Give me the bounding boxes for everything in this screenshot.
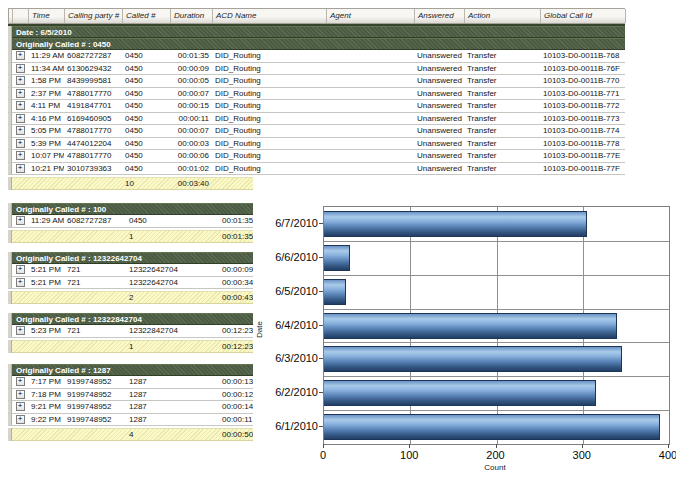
calling-party-value: 9199748952 (64, 376, 126, 388)
time-value: 9:21 PM (28, 401, 64, 413)
table-row[interactable]: +7:17 PM9199748952128700:00:13 (8, 376, 253, 389)
y-tick-mark (319, 426, 323, 427)
expand-button[interactable]: + (16, 326, 25, 335)
column-header-time[interactable]: Time (29, 9, 65, 23)
column-header-answered[interactable]: Answered (415, 9, 465, 23)
y-tick-label: 6/6/2010 (275, 250, 318, 264)
expand-button[interactable]: + (16, 126, 25, 135)
time-value: 5:21 PM (28, 277, 64, 289)
acd-name-value: DID_Routing (212, 88, 326, 100)
expand-button[interactable]: + (16, 51, 25, 60)
answered-value: Unanswered (414, 150, 464, 162)
table-row[interactable]: +5:39 PM4474012204045000:00:03DID_Routin… (8, 138, 625, 151)
group-section: Originally Called # : 1287+7:17 PM919974… (8, 364, 253, 441)
agent-value (326, 125, 414, 137)
table-row[interactable]: +11:29 AM6082727287045000:01:35 (8, 215, 253, 228)
expand-button[interactable]: + (16, 164, 25, 173)
y-axis-title: Date (255, 315, 264, 345)
table-row[interactable]: +1:58 PM8439999581045000:00:05DID_Routin… (8, 75, 625, 88)
table-row[interactable]: +9:21 PM9199748952128700:00:14 (8, 401, 253, 414)
bar-6/4/2010[interactable] (324, 313, 617, 339)
group-summary-band: 200:00:43 (12, 291, 253, 304)
call-report-grid: TimeCalling party #Called #DurationACD N… (8, 8, 625, 190)
table-row[interactable]: +9:22 PM9199748952128700:00:11 (8, 414, 253, 427)
table-row[interactable]: +4:16 PM6169460905045000:00:11DID_Routin… (8, 113, 625, 126)
bar-6/3/2010[interactable] (324, 346, 622, 372)
expand-cell: + (12, 100, 28, 112)
time-value: 9:22 PM (28, 414, 64, 426)
column-header-duration[interactable]: Duration (171, 9, 213, 23)
time-value: 11:29 AM (28, 50, 64, 62)
expand-button[interactable]: + (16, 89, 25, 98)
acd-name-value: DID_Routing (212, 63, 326, 75)
agent-value (326, 63, 414, 75)
bar-6/6/2010[interactable] (324, 245, 350, 271)
action-value: Transfer (464, 150, 540, 162)
y-tick-mark (319, 392, 323, 393)
answered-value: Unanswered (414, 50, 464, 62)
expand-button[interactable]: + (16, 377, 25, 386)
table-row[interactable]: +10:21 PM3010739363045000:01:02DID_Routi… (8, 163, 625, 176)
time-value: 10:07 PM (28, 150, 64, 162)
expand-button[interactable]: + (16, 390, 25, 399)
table-row[interactable]: +2:37 PM4788017770045000:00:07DID_Routin… (8, 88, 625, 101)
global-call-id-value: 10103-D0-0011B-771 (540, 88, 625, 100)
group-header-label: Originally Called # : 100 (12, 203, 253, 215)
bar-6/1/2010[interactable] (324, 414, 660, 440)
table-row[interactable]: +5:05 PM4788017770045000:00:07DID_Routin… (8, 125, 625, 138)
table-row[interactable]: +11:34 AM6130629432045000:00:09DID_Routi… (8, 63, 625, 76)
expand-button[interactable]: + (16, 101, 25, 110)
global-call-id-value: 10103-D0-0011B-76F (540, 63, 625, 75)
group-header-band[interactable]: Originally Called # : 1287 (8, 364, 253, 376)
grid-column-header-row: TimeCalling party #Called #DurationACD N… (8, 8, 625, 24)
expand-cell: + (12, 414, 28, 426)
table-row[interactable]: +4:11 PM4191847701045000:00:15DID_Routin… (8, 100, 625, 113)
table-row[interactable]: +5:23 PM7211232284270400:12:23 (8, 325, 253, 338)
expand-button[interactable]: + (16, 278, 25, 287)
date-group-band[interactable]: Date : 6/5/2010 (8, 26, 625, 38)
column-header-acd-name[interactable]: ACD Name (213, 9, 327, 23)
chart-plot-area (323, 206, 670, 445)
bar-6/5/2010[interactable] (324, 279, 346, 305)
gridline-horizontal (324, 309, 669, 310)
x-tick-mark (582, 444, 583, 448)
table-row[interactable]: +7:18 PM9199748952128700:00:12 (8, 389, 253, 402)
column-header-calling-party[interactable]: Calling party # (65, 9, 123, 23)
table-row[interactable]: +5:21 PM7211232264270400:00:34 (8, 277, 253, 290)
expand-button[interactable]: + (16, 402, 25, 411)
expand-button[interactable]: + (16, 265, 25, 274)
duration-value: 00:01:35 (219, 215, 253, 227)
expand-button[interactable]: + (16, 151, 25, 160)
expand-cell: + (12, 163, 28, 175)
expand-button[interactable]: + (16, 216, 25, 225)
calling-party-value: 4474012204 (64, 138, 122, 150)
group-header-band[interactable]: Originally Called # : 0450 (8, 38, 625, 50)
expand-button[interactable]: + (16, 415, 25, 424)
column-header-global-call-id[interactable]: Global Call Id (541, 9, 626, 23)
duration-value: 00:00:11 (219, 414, 253, 426)
time-value: 7:17 PM (28, 376, 64, 388)
group-summary-band: 100:01:35 (12, 230, 253, 243)
group-header-band[interactable]: Originally Called # : 100 (8, 203, 253, 215)
group-header-band[interactable]: Originally Called # : 12322842704 (8, 313, 253, 325)
summary-count: 1 (126, 231, 219, 242)
column-header-agent[interactable]: Agent (327, 9, 415, 23)
summary-spacer (12, 178, 28, 189)
x-tick-label: 300 (560, 449, 604, 461)
expand-button[interactable]: + (16, 64, 25, 73)
calling-party-value: 6082727287 (64, 215, 126, 227)
duration-value: 00:00:13 (219, 376, 253, 388)
bar-6/2/2010[interactable] (324, 380, 596, 406)
table-row[interactable]: +10:07 PM4788017770045000:00:06DID_Routi… (8, 150, 625, 163)
column-header-action[interactable]: Action (465, 9, 541, 23)
table-row[interactable]: +5:21 PM7211232264270400:00:09 (8, 264, 253, 277)
expand-button[interactable]: + (16, 76, 25, 85)
expand-button[interactable]: + (16, 114, 25, 123)
table-row[interactable]: +11:29 AM6082727287045000:01:35DID_Routi… (8, 50, 625, 63)
answered-value: Unanswered (414, 88, 464, 100)
column-header-called-number[interactable]: Called # (123, 9, 171, 23)
group-header-band[interactable]: Originally Called # : 12322642704 (8, 252, 253, 264)
bar-6/7/2010[interactable] (324, 211, 587, 237)
duration-value: 00:12:23 (219, 325, 253, 337)
expand-button[interactable]: + (16, 139, 25, 148)
